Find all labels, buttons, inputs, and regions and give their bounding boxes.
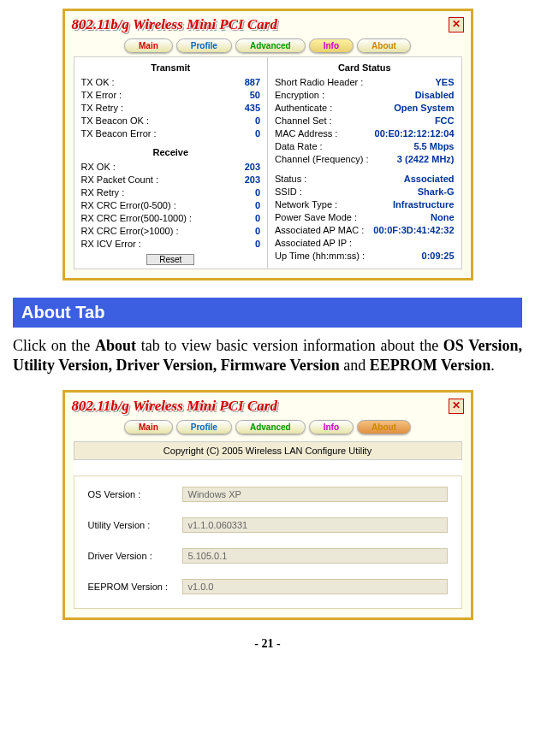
field-value: 0 xyxy=(255,127,260,140)
field-value: Infrastructure xyxy=(393,198,455,211)
field-label: Authenticate : xyxy=(275,102,332,115)
field-value: None xyxy=(431,211,455,224)
version-label: Driver Version : xyxy=(88,551,182,561)
page-number: - 21 - xyxy=(13,637,522,651)
field-label: SSID : xyxy=(275,186,302,198)
copyright-text: Copyright (C) 2005 Wireless LAN Configur… xyxy=(74,441,462,460)
field-value: 50 xyxy=(250,89,260,102)
tab-bar: Main Profile Advanced Info About xyxy=(68,35,467,56)
transmit-header: Transmit xyxy=(81,61,261,76)
field-value: FCC xyxy=(435,115,455,127)
field-label: RX ICV Error : xyxy=(81,238,141,251)
tab-profile[interactable]: Profile xyxy=(176,420,232,434)
about-window: 802.11b/g Wireless Mini PCI Card ✕ Main … xyxy=(62,390,473,620)
field-value: 00:E0:12:12:12:04 xyxy=(375,127,455,140)
receive-header: Receive xyxy=(81,145,261,161)
field-label: MAC Address : xyxy=(275,127,337,140)
field-value: 0 xyxy=(255,186,260,199)
field-label: Encryption : xyxy=(275,89,324,102)
field-label: TX Beacon OK : xyxy=(81,115,149,127)
tab-main[interactable]: Main xyxy=(124,38,173,53)
field-value: 203 xyxy=(245,174,260,186)
field-value: 203 xyxy=(245,161,260,174)
tab-profile[interactable]: Profile xyxy=(176,38,232,53)
body-paragraph: Click on the About tab to view basic ver… xyxy=(13,336,522,376)
field-label: Associated AP IP : xyxy=(275,237,352,250)
field-label: Associated AP MAC : xyxy=(275,224,364,237)
field-label: Power Save Mode : xyxy=(275,211,357,224)
field-label: Up Time (hh:mm:ss) : xyxy=(275,250,365,263)
field-label: Status : xyxy=(275,173,306,186)
field-value: 0:09:25 xyxy=(422,250,455,263)
field-label: TX Beacon Error : xyxy=(81,127,157,140)
field-value: 887 xyxy=(245,76,260,89)
field-label: Channel Set : xyxy=(275,115,332,127)
section-heading: About Tab xyxy=(13,298,522,328)
tab-advanced[interactable]: Advanced xyxy=(235,38,306,53)
card-status-header: Card Status xyxy=(275,61,455,76)
field-value: 5.5 Mbps xyxy=(413,140,454,153)
field-label: RX CRC Error(500-1000) : xyxy=(81,212,193,225)
field-label: Data Rate : xyxy=(275,140,323,153)
field-value: 3 (2422 MHz) xyxy=(397,153,455,166)
field-label: Network Type : xyxy=(275,198,337,211)
field-value: Disabled xyxy=(415,89,455,102)
field-label: RX CRC Error(>1000) : xyxy=(81,225,179,238)
tab-info[interactable]: Info xyxy=(309,38,354,53)
field-value: 0 xyxy=(255,115,260,127)
window-title: 802.11b/g Wireless Mini PCI Card xyxy=(72,16,277,33)
version-field: v1.0.0 xyxy=(182,579,448,594)
field-label: Channel (Frequency) : xyxy=(275,153,368,166)
version-field: v1.1.0.060331 xyxy=(182,517,448,533)
field-value: 0 xyxy=(255,225,260,238)
field-label: RX Packet Count : xyxy=(81,174,159,186)
version-field: Windows XP xyxy=(182,487,448,502)
field-value: YES xyxy=(435,76,454,89)
version-field: 5.105.0.1 xyxy=(182,548,448,564)
version-panel: OS Version : Windows XP Utility Version … xyxy=(74,475,462,609)
field-value: Open System xyxy=(394,102,454,115)
tab-bar: Main Profile Advanced Info About xyxy=(68,416,467,438)
info-window: 802.11b/g Wireless Mini PCI Card ✕ Main … xyxy=(62,9,473,281)
version-label: Utility Version : xyxy=(88,520,182,530)
field-label: RX Retry : xyxy=(81,186,125,199)
window-title: 802.11b/g Wireless Mini PCI Card xyxy=(72,398,277,415)
field-value: 435 xyxy=(245,102,260,115)
right-column: Card Status Short Radio Header :YES Encr… xyxy=(267,57,461,269)
tab-about[interactable]: About xyxy=(357,38,411,53)
close-icon[interactable]: ✕ xyxy=(449,17,464,32)
close-icon[interactable]: ✕ xyxy=(449,399,464,414)
reset-button[interactable]: Reset xyxy=(146,254,194,265)
version-label: OS Version : xyxy=(88,489,182,499)
left-column: Transmit TX OK :887 TX Error :50 TX Retr… xyxy=(74,57,268,269)
tab-about[interactable]: About xyxy=(357,420,411,434)
field-value: 0 xyxy=(255,212,260,225)
field-label: RX CRC Error(0-500) : xyxy=(81,199,176,212)
version-label: EEPROM Version : xyxy=(88,582,182,592)
stats-body: Transmit TX OK :887 TX Error :50 TX Retr… xyxy=(74,56,462,269)
tab-main[interactable]: Main xyxy=(124,420,173,434)
field-value: 00:0F:3D:41:42:32 xyxy=(373,224,454,237)
field-label: Short Radio Header : xyxy=(275,76,363,89)
field-value: Associated xyxy=(404,173,455,186)
field-value: 0 xyxy=(255,238,260,251)
field-value: 0 xyxy=(255,199,260,212)
field-label: TX Retry : xyxy=(81,102,124,115)
tab-advanced[interactable]: Advanced xyxy=(235,420,306,434)
field-label: RX OK : xyxy=(81,161,116,174)
about-body: Copyright (C) 2005 Wireless LAN Configur… xyxy=(74,441,462,609)
field-label: TX OK : xyxy=(81,76,115,89)
tab-info[interactable]: Info xyxy=(309,420,354,434)
field-value: Shark-G xyxy=(418,186,455,198)
field-label: TX Error : xyxy=(81,89,122,102)
